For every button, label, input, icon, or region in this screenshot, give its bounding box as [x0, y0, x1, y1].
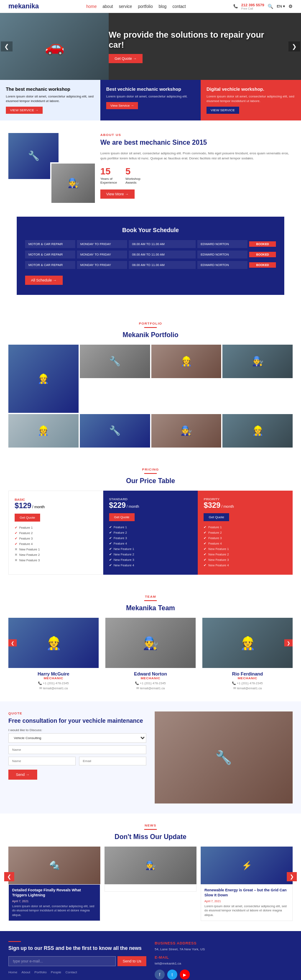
footer-nav-portfolio[interactable]: Portfolio [34, 970, 46, 974]
plan-standard-period: / month [127, 504, 139, 509]
news-img-3: ⚡ [201, 847, 293, 884]
site-logo: mekanika [8, 3, 39, 10]
feature-item-1: The best mechanic workshop Lorem ipsum d… [0, 80, 100, 120]
consult-email-input[interactable] [79, 757, 146, 765]
news-date-1: April 7, 2021 [12, 900, 97, 903]
news-date-3: April 7, 2021 [204, 900, 289, 903]
consult-tag: QUOTE [8, 711, 146, 715]
feature-1-title: The best mechanic workshop [6, 87, 94, 92]
feature-item-3: Digital vechicle workshop. Lorem ipsum d… [201, 80, 301, 120]
schedule-time-1: 08.00 AM TO 11.00 AM [129, 240, 196, 248]
plan-standard-btn[interactable]: Get Quote [109, 513, 135, 521]
portfolio-item-5[interactable]: 👷 [8, 414, 79, 448]
stat-2-num: 5 [125, 166, 140, 177]
consult-name2-input[interactable] [8, 757, 76, 765]
social-twitter-btn[interactable]: t [167, 970, 177, 980]
feature-prio-3: ✔Feature 3 [204, 535, 287, 541]
search-icon[interactable]: 🔍 [268, 4, 273, 9]
news-title: Don't Miss Our Update [8, 833, 293, 841]
portfolio-tag: PORTFOLIO [8, 322, 293, 325]
social-youtube-btn[interactable]: ▶ [180, 970, 190, 980]
portfolio-item-8[interactable]: 👷 [222, 414, 293, 448]
feature-basic-7: ✖New Feature 3 [15, 558, 97, 563]
schedule-status-1: BOOKED [249, 241, 276, 247]
feature-1-btn[interactable]: VIEW SERVICE → [6, 107, 43, 114]
plan-priority-amount: $329 [204, 501, 220, 510]
nav-home[interactable]: home [86, 4, 97, 9]
features-section: The best mechanic workshop Lorem ipsum d… [0, 80, 301, 120]
feature-2-btn[interactable]: View Service → [106, 102, 138, 109]
about-content: ABOUT US We are best mechanic Since 2015… [92, 133, 293, 198]
schedule-person-2: EDWARD NORTON [197, 251, 247, 258]
schedule-time-3: 08.00 AM TO 11.00 AM [129, 261, 196, 269]
footer-email: tell@mekanik1.ca [155, 961, 293, 966]
member-2-name: Edward Norton [105, 671, 196, 676]
plan-priority-btn[interactable]: Get Quote [204, 513, 229, 521]
hero-cta-button[interactable]: Get Quote → [109, 54, 143, 63]
feature-basic-4: ✔Feature 4 [15, 541, 97, 547]
news-tag: NEWS [8, 824, 293, 827]
member-1-email: ✉ lemail@email1.ca [8, 686, 99, 690]
hero-prev-button[interactable]: ❮ [1, 41, 13, 51]
price-card-basic: BASIC $129 / month Get Quote ✔Feature 1 … [8, 491, 103, 575]
schedule-row-2: MOTOR & CAR REPAIR MONDAY TO FRIDAY 08.0… [25, 251, 276, 258]
footer-top: Sign up to our RSS and be the first to k… [0, 931, 301, 980]
feature-3-btn[interactable]: VIEW SERVICE [207, 107, 239, 114]
schedule-service-2: MOTOR & CAR REPAIR [25, 251, 75, 258]
news-title-1: Detailed Footage Finally Reveals What Tr… [12, 888, 97, 898]
nav-service[interactable]: service [119, 4, 132, 9]
portfolio-item-4[interactable]: 👨‍🔧 [222, 345, 293, 378]
footer-email-input[interactable] [8, 956, 116, 966]
news-prev-btn[interactable]: ❮ [4, 872, 14, 881]
portfolio-row-1: 👷 🔧 👷 👨‍🔧 [8, 345, 293, 413]
news-divider [144, 829, 157, 830]
all-schedule-btn[interactable]: All Schedule → [25, 276, 63, 285]
schedule-section: Book Your Schedule MOTOR & CAR REPAIR MO… [17, 217, 284, 295]
footer-nav-contact[interactable]: Contact [66, 970, 77, 974]
nav-portfolio[interactable]: portfolio [138, 4, 153, 9]
about-tag: ABOUT US [100, 133, 293, 137]
footer-subscribe-btn[interactable]: Send to Us [117, 956, 146, 966]
member-3-role: MECHANIC [202, 676, 293, 680]
stat-1: 15 Years ofExperience [100, 166, 117, 184]
consult-name-input[interactable] [8, 745, 146, 754]
hero-next-button[interactable]: ❯ [288, 41, 300, 51]
portfolio-item-6[interactable]: 🔧 [80, 414, 150, 448]
team-prev-btn[interactable]: ❮ [8, 640, 17, 647]
portfolio-item-1[interactable]: 👷 [8, 345, 79, 413]
news-body-3: Renewable Energy is Great – but the Grid… [201, 884, 293, 921]
nav-about[interactable]: about [102, 4, 113, 9]
consult-dropdown[interactable]: Vehicle Consulting [8, 733, 146, 743]
footer-email-label: E-MAIL [155, 955, 293, 960]
portfolio-item-3[interactable]: 👷 [151, 345, 222, 378]
footer-nav-home[interactable]: Home [8, 970, 17, 974]
nav-contact[interactable]: contact [172, 4, 186, 9]
member-2-email: ✉ lemail@email1.ca [105, 686, 196, 690]
team-next-btn[interactable]: ❯ [284, 640, 293, 647]
news-next-btn[interactable]: ❯ [287, 872, 297, 881]
consult-submit-btn[interactable]: Send → [8, 770, 37, 780]
stat-1-num: 15 [100, 166, 117, 177]
portfolio-item-7[interactable]: 👨‍🔧 [151, 414, 222, 448]
feature-3-text: Lorem ipsum dolor sit amet, consectetur … [207, 94, 295, 103]
plan-standard-amount: $229 [109, 501, 126, 510]
footer-nav-about[interactable]: About [21, 970, 30, 974]
stat-2-label: WorkshopAwards [125, 177, 140, 184]
pricing-tag: PRICING [8, 468, 293, 471]
lang-icon[interactable]: EN ▾ [277, 4, 285, 8]
social-facebook-btn[interactable]: f [155, 970, 165, 980]
about-stats: 15 Years ofExperience 5 WorkshopAwards [100, 166, 293, 184]
settings-icon[interactable]: ⚙ [288, 4, 293, 9]
footer-nav-people[interactable]: People [51, 970, 61, 974]
portfolio-item-2[interactable]: 🔧 [80, 345, 150, 378]
member-2-phone: 📞 +1 (201) 478-2345 [105, 681, 196, 685]
feature-std-5: ✔New Feature 1 [109, 546, 192, 552]
news-title-3: Renewable Energy is Great – but the Grid… [204, 888, 289, 898]
nav-blog[interactable]: blog [159, 4, 167, 9]
schedule-time-2: 08.00 AM TO 11.00 AM [129, 251, 196, 258]
member-3-email: ✉ lemail@email1.ca [202, 686, 293, 690]
plan-basic-btn[interactable]: Get Quote [15, 514, 40, 522]
about-view-more-btn[interactable]: View More → [100, 189, 135, 199]
news-section: NEWS Don't Miss Our Update ❮ 🔩 Detailed … [0, 814, 301, 931]
plan-basic-label: BASIC [15, 498, 97, 502]
